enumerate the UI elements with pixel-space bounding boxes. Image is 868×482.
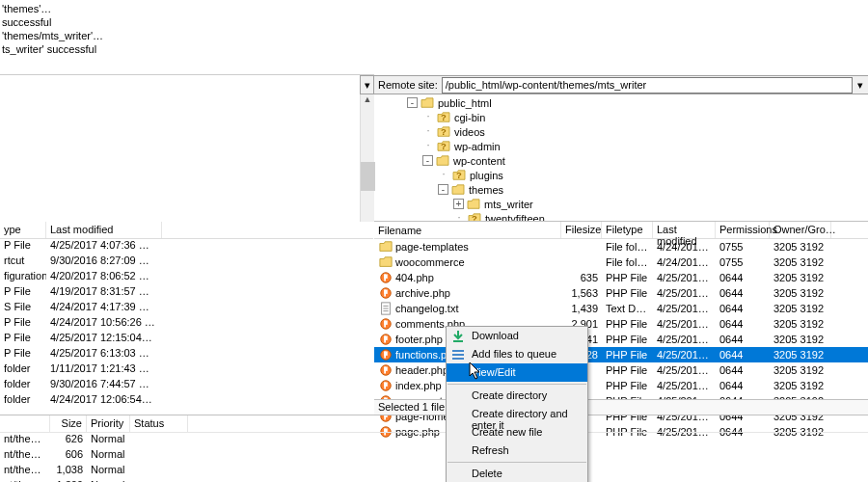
file-row[interactable]: changelog.txt1,439Text Docu…4/25/2017 3:… (374, 301, 868, 316)
tree-node[interactable]: ·?videos (374, 124, 868, 139)
col-lastmod[interactable]: Last modified (46, 222, 162, 238)
menu-item[interactable]: Create directory and enter it (447, 405, 587, 423)
file-type: PHP File (602, 272, 653, 283)
file-row[interactable]: rtcut9/30/2016 8:27:09 … (0, 254, 373, 270)
file-modified: 4/19/2017 8:31:57 … (46, 285, 162, 301)
queue-name: nt/the… (0, 433, 50, 448)
file-row[interactable]: P File4/25/2017 12:15:04… (0, 332, 373, 347)
tree-toggle-icon[interactable]: - (438, 184, 448, 195)
file-name: archive.php (395, 287, 450, 299)
tree-node[interactable]: -public_html (374, 95, 868, 110)
local-column-headers[interactable]: ype Last modified (0, 222, 373, 239)
queue-priority: Normal (87, 448, 130, 464)
file-permissions: 0644 (716, 287, 770, 299)
file-modified: 4/24/2017 4:02… (653, 256, 716, 268)
file-row[interactable]: P File4/19/2017 8:31:57 … (0, 285, 373, 301)
file-row[interactable]: woocommerceFile folder4/24/2017 4:02…075… (374, 254, 868, 270)
tree-toggle-icon[interactable]: - (422, 155, 433, 166)
menu-item[interactable]: View/Edit (447, 363, 587, 382)
file-row[interactable]: folder9/30/2016 7:44:57 … (0, 378, 373, 393)
file-row[interactable]: S File4/24/2017 4:17:39 … (0, 301, 373, 316)
svg-rect-28 (384, 367, 386, 374)
menu-item[interactable]: Delete (447, 465, 587, 482)
tree-node[interactable]: ·?wp-admin (374, 139, 868, 153)
file-row[interactable]: folder1/11/2017 1:21:43 … (0, 362, 373, 378)
menu-item[interactable]: Add files to queue (447, 345, 587, 363)
file-type: S File (0, 301, 46, 316)
col-status[interactable]: Status (130, 415, 188, 432)
file-name: changelog.txt (395, 303, 458, 314)
file-permissions: 0755 (716, 241, 770, 253)
tree-node[interactable]: ·?cgi-bin (374, 110, 868, 124)
queue-row[interactable]: nt/the…1,038Normal (0, 464, 868, 479)
file-row[interactable]: page-templatesFile folder4/24/2017 4:02…… (374, 239, 868, 254)
transfer-queue[interactable]: Size Priority Status nt/the…626Normalnt/… (0, 415, 868, 482)
file-modified: 4/24/2017 12:06:54… (46, 393, 162, 409)
col-permissions[interactable]: Permissions (716, 222, 770, 238)
menu-item[interactable]: Create new file (447, 423, 587, 442)
file-row[interactable]: P File4/25/2017 6:13:03 … (0, 347, 373, 362)
tree-node[interactable]: +mts_writer (374, 197, 868, 211)
menu-item[interactable]: Refresh (447, 442, 587, 460)
file-owner: 3205 3192 (770, 272, 831, 283)
tree-node-label: cgi-bin (454, 112, 485, 123)
col-filetype[interactable]: ype (0, 222, 46, 238)
menu-item-label: View/Edit (472, 366, 516, 378)
tree-node-label: public_html (438, 97, 492, 109)
file-row[interactable]: 404.php635PHP File4/25/2017 3:40…0644320… (374, 270, 868, 285)
local-path-dropdown[interactable]: ▾ (360, 75, 374, 94)
queue-name: nt/the… (0, 448, 50, 464)
queue-row[interactable]: nt/the…626Normal (0, 433, 868, 448)
file-owner: 3205 3192 (770, 256, 831, 268)
file-name: header.php (395, 364, 448, 376)
svg-rect-42 (452, 350, 464, 352)
chevron-down-icon[interactable]: ▾ (853, 79, 868, 92)
file-type: folder (0, 378, 46, 393)
tree-node[interactable]: ·?plugins (374, 168, 868, 182)
col-owner[interactable]: Owner/Gro… (770, 222, 831, 238)
log-line: 'themes/mts_writer'… (2, 29, 372, 42)
col-size[interactable]: Size (50, 415, 87, 432)
file-row[interactable]: P File4/24/2017 10:56:26 … (0, 316, 373, 332)
col-name[interactable] (0, 415, 50, 432)
menu-item[interactable]: Create directory (447, 387, 587, 405)
tree-node[interactable]: -themes (374, 182, 868, 197)
tree-toggle-icon[interactable]: + (453, 199, 464, 209)
local-file-list[interactable]: ype Last modified P File4/25/2017 4:07:3… (0, 222, 373, 399)
download-icon (450, 329, 466, 343)
remote-directory-tree[interactable]: -public_html·?cgi-bin·?videos·?wp-admin-… (374, 94, 868, 222)
file-row[interactable]: figuration …4/20/2017 8:06:52 … (0, 270, 373, 285)
tree-toggle-icon[interactable]: - (407, 97, 418, 108)
file-row[interactable]: folder4/24/2017 12:06:54… (0, 393, 373, 409)
file-type: figuration … (0, 270, 46, 285)
svg-rect-19 (384, 321, 386, 328)
col-priority[interactable]: Priority (87, 415, 130, 432)
col-filesize[interactable]: Filesize (561, 222, 602, 238)
chevron-down-icon: ▾ (362, 76, 373, 94)
file-row[interactable]: P File4/25/2017 4:07:36 … (0, 239, 373, 254)
log-line: ts_writer' successful (2, 42, 372, 56)
file-permissions: 0644 (716, 380, 770, 391)
remote-column-headers[interactable]: Filename Filesize Filetype Last modified… (374, 222, 868, 239)
file-modified: 4/24/2017 10:56:26 … (46, 316, 162, 332)
menu-item[interactable]: Download (447, 327, 587, 345)
queue-column-headers[interactable]: Size Priority Status (0, 415, 868, 433)
local-tree-scrollbar[interactable]: ▲ (360, 94, 374, 222)
remote-path-input[interactable] (442, 77, 853, 94)
file-type: Text Docu… (602, 303, 653, 314)
file-type: folder (0, 362, 46, 378)
tree-node[interactable]: ·?twentyfifteen (374, 211, 868, 222)
queue-row[interactable]: nt/the…606Normal (0, 448, 868, 464)
col-lastmod[interactable]: Last modified (653, 222, 716, 238)
menu-item-label: Delete (472, 468, 502, 479)
tree-node[interactable]: -wp-content (374, 153, 868, 168)
file-modified: 4/24/2017 4:02… (653, 241, 716, 253)
file-modified: 4/24/2017 4:17:39 … (46, 301, 162, 316)
php-icon (378, 363, 393, 377)
file-context-menu[interactable]: DownloadAdd files to queueView/EditCreat… (446, 326, 588, 482)
menu-item-label: Add files to queue (472, 348, 556, 360)
svg-rect-9 (384, 275, 386, 281)
col-filetype[interactable]: Filetype (602, 222, 653, 238)
file-row[interactable]: archive.php1,563PHP File4/25/2017 3:40…0… (374, 285, 868, 301)
col-filename[interactable]: Filename (374, 222, 561, 238)
